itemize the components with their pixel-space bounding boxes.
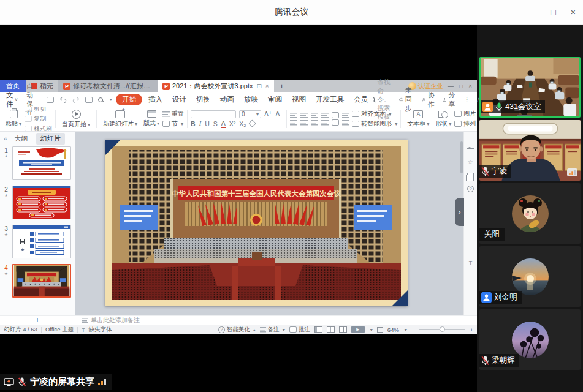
- zoom-in-button[interactable]: +: [470, 326, 473, 333]
- numbering-icon[interactable]: [300, 112, 308, 118]
- bold-button[interactable]: B: [191, 120, 196, 127]
- collapse-panel-icon[interactable]: «: [4, 135, 7, 142]
- justify-icon[interactable]: [321, 119, 329, 126]
- maximize-icon[interactable]: □: [551, 7, 555, 17]
- font-size-select[interactable]: 0▾: [239, 110, 261, 118]
- comments-button[interactable]: 批注: [289, 326, 310, 334]
- beautify-button[interactable]: 智能美化 ▴: [218, 326, 256, 334]
- expand-pane-handle[interactable]: ›: [455, 198, 464, 226]
- increase-indent-icon[interactable]: [321, 112, 329, 118]
- panes-icon[interactable]: [467, 173, 474, 178]
- slide-thumb-2[interactable]: 2★: [1, 186, 75, 219]
- layout-button[interactable]: 版式▾: [140, 110, 162, 127]
- menu-animation[interactable]: 动画: [215, 94, 239, 105]
- printer-icon[interactable]: [85, 97, 93, 103]
- new-slide-button[interactable]: 新建幻灯片▾: [100, 110, 140, 128]
- zoom-out-button[interactable]: −: [411, 326, 415, 333]
- strikethrough-button[interactable]: S: [213, 120, 218, 127]
- tab-outline[interactable]: 大纲: [10, 133, 32, 145]
- align-center-icon[interactable]: [300, 119, 308, 126]
- picture-button[interactable]: 图片▾: [454, 110, 477, 118]
- redo-icon[interactable]: [72, 97, 80, 103]
- menu-member[interactable]: 会员: [349, 94, 373, 105]
- align-right-icon[interactable]: [311, 119, 318, 126]
- print-preview-icon[interactable]: [98, 97, 103, 102]
- text-tool-icon[interactable]: [469, 258, 473, 266]
- wps-active-document-tab[interactable]: P 2021：两会校外宣讲3.pptx ⊡ ×: [158, 80, 274, 92]
- close-icon[interactable]: ×: [571, 7, 576, 17]
- underline-button[interactable]: U: [205, 120, 210, 127]
- copy-button[interactable]: 复制: [25, 115, 52, 123]
- slide-canvas[interactable]: 中华人民共和国第十三届全国人民代表大会第四次会议: [75, 132, 463, 315]
- missing-font-label[interactable]: 缺失字体: [89, 326, 112, 334]
- properties-icon[interactable]: [467, 148, 474, 152]
- tab-slides[interactable]: 幻灯片: [36, 133, 65, 145]
- normal-view-icon[interactable]: [314, 326, 322, 333]
- participant-tile-ningling[interactable]: 宁凌: [479, 120, 581, 181]
- textbox-button[interactable]: 文本框▾: [404, 110, 432, 128]
- notes-button[interactable]: 备注▾: [260, 326, 285, 334]
- tab-close-icon[interactable]: ×: [265, 83, 269, 89]
- menu-insert[interactable]: 插入: [143, 94, 167, 105]
- new-tab-button[interactable]: +: [274, 80, 290, 92]
- collaborate-button[interactable]: 协作: [422, 91, 436, 109]
- participant-tile-liujinming[interactable]: 刘金明: [479, 246, 581, 307]
- more-icon[interactable]: ⋮: [463, 96, 470, 104]
- participant-tile-liangzhaohui[interactable]: 梁朝辉: [479, 309, 581, 370]
- paste-button[interactable]: 粘贴▾: [2, 110, 25, 128]
- add-slide-button[interactable]: +: [0, 316, 75, 325]
- resources-star-icon[interactable]: ☆: [468, 159, 474, 165]
- superscript-button[interactable]: X²: [229, 120, 236, 127]
- align-left-icon[interactable]: [290, 119, 297, 126]
- help-icon[interactable]: [467, 186, 474, 192]
- wps-document-tab[interactable]: P修订考核文件清.../(汇报修改): [58, 80, 158, 92]
- file-menu[interactable]: 文件: [6, 91, 13, 109]
- slide-sorter-icon[interactable]: [327, 326, 335, 333]
- caret-down-icon[interactable]: ▾: [110, 97, 112, 102]
- slideshow-play-button[interactable]: ▶: [351, 326, 365, 333]
- format-painter-button[interactable]: 格式刷: [25, 124, 52, 132]
- zoom-slider[interactable]: [419, 329, 465, 330]
- indent-list-icon[interactable]: [342, 119, 349, 126]
- menu-view[interactable]: 视图: [287, 94, 311, 105]
- menu-transition[interactable]: 切换: [191, 94, 215, 105]
- decrease-indent-icon[interactable]: [311, 112, 318, 118]
- zoom-slider-knob[interactable]: [440, 326, 445, 332]
- align-text-button[interactable]: 对齐文本▾: [352, 110, 397, 118]
- slide-thumb-1[interactable]: 1★: [1, 146, 75, 180]
- increase-font-icon[interactable]: A⁺: [264, 110, 272, 118]
- ruler-icon[interactable]: [467, 137, 474, 140]
- minimize-icon[interactable]: —: [527, 7, 536, 17]
- menu-review[interactable]: 审阅: [263, 94, 287, 105]
- fit-slide-icon[interactable]: [377, 327, 383, 333]
- shapes-button[interactable]: 形状▾: [432, 110, 454, 128]
- section-button[interactable]: 节▾: [162, 119, 184, 128]
- notes-bar[interactable]: 单击此处添加备注: [75, 316, 477, 325]
- theme-name[interactable]: Office 主题: [45, 326, 74, 334]
- distribute-icon[interactable]: [332, 119, 339, 126]
- participant-tile-guanyang[interactable]: 关阳: [479, 183, 581, 244]
- menu-design[interactable]: 设计: [167, 94, 191, 105]
- font-name-select[interactable]: [191, 110, 236, 118]
- current-slide[interactable]: 中华人民共和国第十三届全国人民代表大会第四次会议: [105, 140, 408, 306]
- participant-tile-meeting-room[interactable]: 431会议室: [479, 57, 581, 118]
- italic-button[interactable]: I: [199, 120, 202, 127]
- canvas-scrollbar[interactable]: [460, 141, 463, 173]
- font-color-button[interactable]: A: [221, 119, 226, 128]
- reset-button[interactable]: 重置: [162, 110, 184, 118]
- line-spacing-icon[interactable]: [342, 112, 349, 118]
- reading-view-icon[interactable]: [339, 326, 347, 333]
- tab-pin-icon[interactable]: ⊡: [256, 83, 261, 89]
- undo-icon[interactable]: [59, 97, 67, 103]
- slide-thumb-3[interactable]: 3★: [1, 225, 75, 258]
- arrange-button[interactable]: 排列▾: [454, 119, 477, 128]
- highlight-icon[interactable]: [249, 119, 257, 127]
- decrease-font-icon[interactable]: A⁻: [276, 110, 284, 118]
- bullets-icon[interactable]: [290, 112, 297, 118]
- share-button[interactable]: 分享: [443, 91, 457, 109]
- menu-devtools[interactable]: 开发工具: [311, 94, 349, 105]
- subscript-button[interactable]: X₂: [239, 120, 246, 127]
- slide-thumb-4-selected[interactable]: 4★: [1, 264, 75, 298]
- cut-button[interactable]: 剪切: [25, 107, 52, 113]
- play-options-caret[interactable]: ▾: [370, 327, 373, 333]
